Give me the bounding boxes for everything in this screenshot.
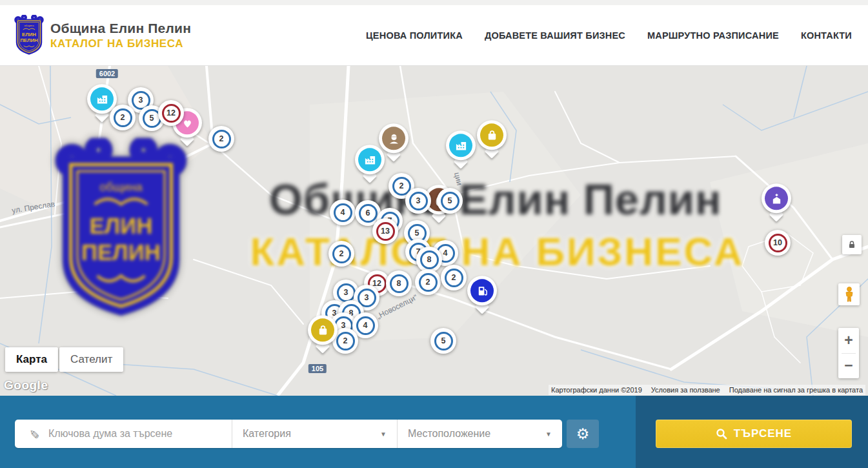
cluster-count: 6	[359, 204, 378, 223]
svg-text:ПЕЛИН: ПЕЛИН	[20, 37, 38, 43]
cluster-count: 13	[376, 222, 395, 241]
svg-text:ЕЛИН: ЕЛИН	[22, 32, 36, 37]
search-fields: ✎ Категория ▼ Местоположение ▼	[15, 420, 562, 448]
cluster-marker[interactable]: 8	[386, 270, 412, 296]
worker-icon	[382, 127, 405, 150]
map-canvas[interactable]: община ЕЛИН ПЕЛИН Община Елин Пелин КАТА…	[0, 66, 868, 396]
bag-icon	[311, 318, 334, 341]
cluster-count: 5	[441, 192, 459, 210]
cluster-count: 2	[212, 130, 231, 148]
nav-item[interactable]: КОНТАКТИ	[801, 30, 852, 41]
cluster-marker[interactable]: 5	[437, 188, 463, 214]
terms-link[interactable]: Условия за ползване	[651, 386, 720, 394]
cluster-marker[interactable]: 5	[430, 328, 456, 354]
advanced-settings-button[interactable]: ⚙	[567, 420, 599, 448]
nav-item[interactable]: ЦЕНОВА ПОЛИТИКА	[366, 30, 463, 41]
cluster-marker[interactable]: 2	[208, 126, 234, 152]
cluster-count: 5	[434, 332, 453, 351]
site-subtitle: КАТАЛОГ НА БИЗНЕСА	[50, 37, 191, 50]
search-icon	[716, 428, 727, 440]
category-pin-factory[interactable]	[355, 145, 385, 174]
category-dropdown[interactable]: Категория ▼	[232, 420, 397, 448]
cluster-count: 4	[334, 203, 352, 222]
chevron-down-icon: ▼	[545, 431, 552, 438]
cluster-count: 2	[332, 245, 351, 263]
cluster-count: 4	[356, 316, 375, 335]
cluster-marker[interactable]: 2	[328, 241, 354, 267]
cluster-marker[interactable]: 13	[372, 218, 398, 244]
bag-icon	[480, 123, 503, 147]
category-pin-bag[interactable]	[308, 315, 338, 345]
map-view-button[interactable]: Карта	[5, 347, 58, 372]
category-pin-factory[interactable]	[446, 130, 476, 160]
header: община ЕЛИН ПЕЛИН Община Елин Пелин КАТА…	[0, 5, 868, 66]
cluster-marker[interactable]: 3	[405, 188, 431, 214]
satellite-view-button[interactable]: Сателит	[59, 347, 123, 372]
pencil-icon: ✎	[26, 429, 41, 439]
cluster-count: 3	[409, 192, 428, 210]
category-pin-fuel[interactable]	[467, 276, 497, 305]
factory-icon	[90, 87, 114, 110]
page-top-strip	[0, 0, 868, 5]
location-dropdown[interactable]: Местоположение ▼	[397, 420, 562, 448]
cluster-count: 2	[419, 273, 438, 292]
cluster-count: 8	[420, 250, 439, 269]
factory-icon	[358, 148, 381, 171]
cluster-count: 2	[114, 108, 132, 127]
street-view-pegman[interactable]	[838, 283, 860, 305]
map-copyright: Картографски данни ©2019	[551, 386, 642, 394]
search-button[interactable]: ТЪРСЕНЕ	[656, 420, 852, 448]
lock-icon	[847, 240, 856, 249]
cluster-marker[interactable]: 10	[765, 230, 791, 256]
report-error-link[interactable]: Подаване на сигнал за грешка в картата	[729, 386, 863, 394]
nav-item[interactable]: ДОБАВЕТЕ ВАШИЯТ БИЗНЕС	[485, 30, 625, 41]
lock-button[interactable]	[842, 235, 862, 254]
main-nav: ЦЕНОВА ПОЛИТИКАДОБАВЕТЕ ВАШИЯТ БИЗНЕСМАР…	[366, 5, 852, 65]
cluster-count: 2	[336, 332, 355, 351]
cluster-marker[interactable]: 2	[441, 265, 467, 290]
category-pin-bag[interactable]	[477, 120, 507, 150]
church-icon	[765, 187, 788, 210]
cluster-count: 2	[445, 269, 463, 287]
zoom-out-button[interactable]: −	[838, 354, 859, 379]
pegman-icon	[843, 287, 855, 302]
chevron-down-icon: ▼	[380, 431, 387, 438]
cluster-marker[interactable]: 2	[415, 269, 441, 295]
cluster-marker[interactable]: 4	[330, 199, 356, 225]
zoom-in-button[interactable]: +	[838, 328, 859, 353]
cluster-count: 10	[769, 234, 787, 252]
keyword-section: ✎	[15, 420, 232, 448]
svg-text:община: община	[25, 24, 35, 27]
google-logo[interactable]: Google	[4, 378, 48, 392]
cluster-marker[interactable]: 2	[110, 105, 136, 130]
cluster-count: 12	[162, 104, 181, 123]
category-pin-church[interactable]	[762, 183, 791, 213]
map-type-control: Карта Сателит	[5, 347, 123, 372]
brand[interactable]: община ЕЛИН ПЕЛИН Община Елин Пелин КАТА…	[0, 15, 191, 56]
site-title: Община Елин Пелин	[50, 21, 191, 36]
keyword-input[interactable]	[48, 428, 232, 440]
cluster-marker[interactable]: 12	[158, 100, 184, 126]
fuel-icon	[470, 279, 494, 302]
nav-item[interactable]: МАРШРУТНО РАЗПИСАНИЕ	[647, 30, 779, 41]
road-shield-label: 105	[308, 364, 327, 373]
map-attribution: Картографски данни ©2019 Условия за полз…	[549, 385, 865, 395]
zoom-control: + −	[838, 328, 859, 378]
gear-icon: ⚙	[576, 425, 590, 443]
municipality-crest-logo: община ЕЛИН ПЕЛИН	[14, 15, 44, 56]
cluster-marker[interactable]: 8	[416, 247, 442, 272]
cluster-count: 8	[390, 274, 409, 293]
search-bar: ✎ Категория ▼ Местоположение ▼ ⚙ ТЪРСЕНЕ	[0, 396, 868, 468]
factory-icon	[449, 134, 472, 157]
cluster-count: 3	[337, 283, 356, 302]
road-shield-label: 6002	[96, 69, 118, 78]
